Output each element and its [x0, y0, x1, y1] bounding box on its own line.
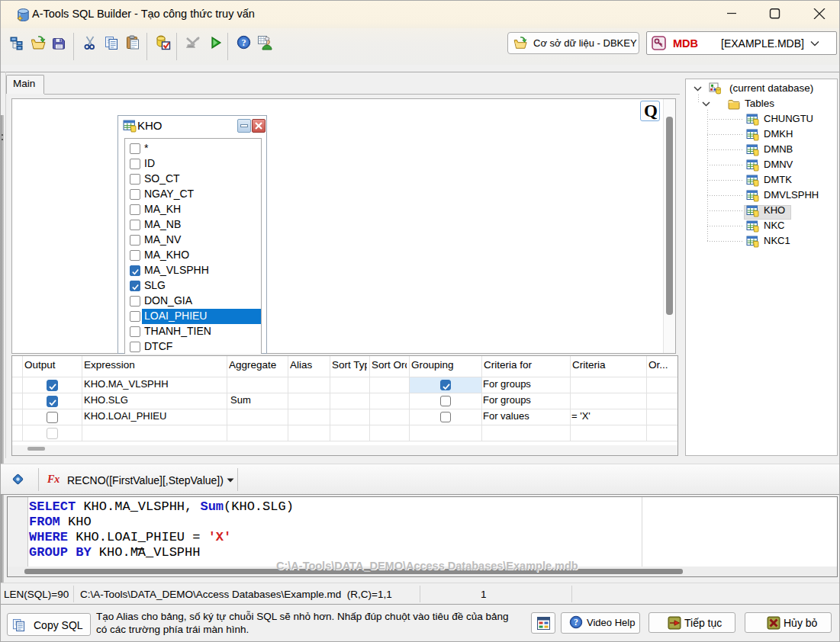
svg-text:?: ?	[574, 617, 578, 628]
svg-text:?: ?	[241, 37, 246, 48]
